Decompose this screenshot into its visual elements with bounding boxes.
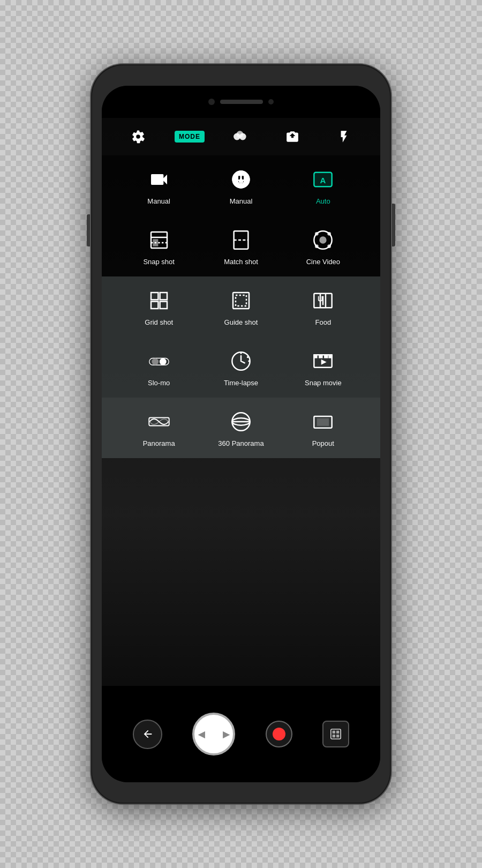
manual-video-icon: [146, 166, 172, 193]
svg-marker-40: [321, 360, 327, 365]
manual-photo-icon: [228, 166, 254, 193]
auto-label: Auto: [316, 197, 330, 205]
svg-point-17: [328, 244, 332, 248]
svg-rect-48: [332, 731, 335, 734]
slo-mo-icon: [146, 348, 172, 375]
popout-label: Popout: [312, 439, 334, 447]
modes-row-4: Slo-mo Time-lapse: [102, 337, 380, 398]
food-label: Food: [315, 318, 331, 326]
guide-shot-icon: [228, 287, 254, 314]
modes-row-2: Snap shot Match shot: [102, 216, 380, 276]
svg-rect-51: [336, 735, 340, 738]
record-dot: [273, 728, 285, 740]
mode-guide-shot[interactable]: Guide shot: [206, 287, 276, 326]
front-camera: [208, 99, 215, 105]
settings-icon[interactable]: [127, 126, 149, 147]
panorama-icon: [146, 408, 172, 435]
mode-360-panorama[interactable]: 360 Panorama: [206, 408, 276, 447]
mode-snap-shot[interactable]: Snap shot: [124, 227, 194, 266]
mode-snap-movie[interactable]: Snap movie: [288, 348, 358, 387]
mode-manual-photo[interactable]: Manual: [206, 166, 276, 205]
mode-slo-mo[interactable]: Slo-mo: [124, 348, 194, 387]
svg-point-34: [248, 360, 250, 362]
shutter-button[interactable]: [192, 713, 235, 755]
mode-panorama[interactable]: Panorama: [124, 408, 194, 447]
modes-container: Manual Manual: [102, 155, 380, 458]
mode-cine-video[interactable]: Cine Video: [288, 227, 358, 266]
svg-point-32: [240, 352, 242, 354]
svg-point-15: [328, 232, 332, 236]
manual-video-label: Manual: [147, 197, 170, 205]
svg-point-2: [236, 131, 243, 138]
mode-auto[interactable]: A Auto: [288, 166, 358, 205]
snap-movie-label: Snap movie: [305, 379, 342, 387]
grid-shot-icon: [146, 287, 172, 314]
flip-camera-icon[interactable]: [282, 126, 303, 147]
svg-text:A: A: [320, 176, 326, 185]
360-panorama-label: 360 Panorama: [218, 439, 263, 447]
back-button[interactable]: [133, 720, 162, 749]
modes-row-1: Manual Manual: [102, 155, 380, 216]
food-icon: [310, 287, 336, 314]
svg-rect-39: [329, 355, 332, 357]
mode-popout[interactable]: Popout: [288, 408, 358, 447]
snap-shot-icon: [146, 227, 172, 253]
snap-shot-label: Snap shot: [143, 258, 175, 266]
svg-rect-47: [331, 729, 341, 739]
popout-icon: [310, 408, 336, 435]
effects-icon[interactable]: [230, 126, 252, 147]
360-panorama-icon: [228, 408, 254, 435]
record-button[interactable]: [266, 721, 292, 747]
modes-row-5: Panorama 360 Panorama: [102, 398, 380, 458]
match-shot-label: Match shot: [224, 258, 258, 266]
manual-photo-label: Manual: [230, 197, 253, 205]
phone-device: MODE: [91, 64, 391, 804]
time-lapse-label: Time-lapse: [224, 379, 258, 387]
top-toolbar: MODE: [102, 118, 380, 155]
svg-rect-21: [160, 302, 167, 309]
svg-rect-37: [320, 355, 322, 357]
svg-point-33: [247, 356, 248, 358]
mode-time-lapse[interactable]: Time-lapse: [206, 348, 276, 387]
svg-rect-23: [236, 295, 246, 306]
svg-rect-36: [314, 355, 317, 357]
auto-icon: A: [310, 166, 336, 193]
svg-rect-19: [160, 293, 167, 300]
svg-rect-50: [332, 735, 335, 738]
phone-screen: MODE: [102, 86, 380, 782]
front-sensor: [268, 99, 274, 104]
notch-bar: [102, 86, 380, 118]
svg-point-29: [152, 358, 159, 365]
guide-shot-label: Guide shot: [224, 318, 258, 326]
cine-video-label: Cine Video: [306, 258, 340, 266]
slo-mo-label: Slo-mo: [148, 379, 170, 387]
svg-point-16: [315, 244, 319, 248]
modes-row-3: Grid shot Guide shot: [102, 276, 380, 337]
svg-point-30: [160, 358, 167, 365]
time-lapse-icon: [228, 348, 254, 375]
svg-rect-18: [151, 293, 158, 300]
svg-rect-38: [325, 355, 328, 357]
svg-rect-9: [153, 239, 158, 246]
grid-shot-label: Grid shot: [145, 318, 173, 326]
svg-point-14: [315, 232, 319, 236]
gallery-button[interactable]: [322, 721, 349, 747]
snap-movie-icon: [310, 348, 336, 375]
mode-grid-shot[interactable]: Grid shot: [124, 287, 194, 326]
mode-manual-video[interactable]: Manual: [124, 166, 194, 205]
svg-rect-20: [151, 302, 158, 309]
match-shot-icon: [228, 227, 254, 253]
mode-badge: MODE: [175, 131, 205, 143]
flash-icon[interactable]: [333, 126, 355, 147]
svg-rect-46: [318, 419, 328, 425]
svg-point-13: [320, 236, 327, 243]
mode-badge-button[interactable]: MODE: [179, 126, 200, 147]
svg-rect-49: [336, 731, 340, 734]
speaker: [220, 100, 263, 104]
bottom-controls: ◀ ▶: [102, 686, 380, 782]
cine-video-icon: [310, 227, 336, 253]
panorama-label: Panorama: [143, 439, 175, 447]
mode-match-shot[interactable]: Match shot: [206, 227, 276, 266]
mode-food[interactable]: Food: [288, 287, 358, 326]
